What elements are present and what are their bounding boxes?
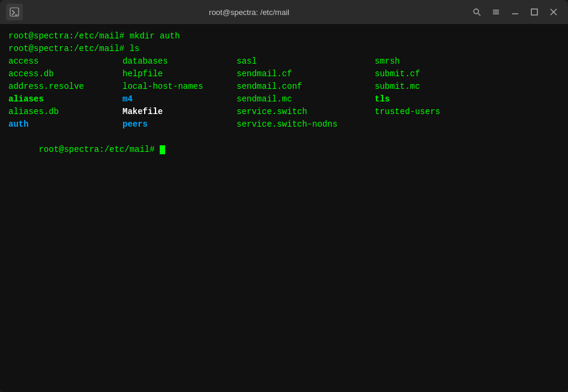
final-prompt: root@spectra:/etc/mail#: [8, 131, 560, 169]
svg-rect-8: [531, 9, 537, 15]
terminal-window: root@spectra: /etc/mail: [0, 0, 568, 392]
ls-output: access databases sasl smrsh access.db he…: [8, 55, 560, 131]
file-empty: [375, 118, 495, 131]
prompt-text: root@spectra:/etc/mail#: [38, 145, 160, 154]
file-smrsh: smrsh: [375, 55, 495, 68]
file-sendmail-mc: sendmail.mc: [237, 93, 375, 106]
svg-point-2: [474, 9, 479, 14]
file-tls: tls: [375, 93, 495, 106]
search-button[interactable]: [468, 4, 485, 20]
maximize-button[interactable]: [526, 4, 543, 20]
file-sendmail-cf: sendmail.cf: [237, 68, 375, 80]
file-service-switch: service.switch: [237, 106, 375, 118]
file-auth: auth: [8, 118, 122, 131]
close-button[interactable]: [545, 4, 562, 20]
cmd-line-2: root@spectra:/etc/mail# ls: [8, 43, 560, 55]
file-peers: peers: [122, 118, 237, 131]
file-submit-mc: submit.mc: [375, 80, 495, 93]
terminal-body[interactable]: root@spectra:/etc/mail# mkdir auth root@…: [0, 24, 568, 392]
window-controls: [468, 4, 562, 20]
file-aliases-db: aliases.db: [8, 106, 122, 118]
file-access: access: [8, 55, 122, 68]
file-m4: m4: [122, 93, 237, 106]
cmd-line-1: root@spectra:/etc/mail# mkdir auth: [8, 30, 560, 43]
minimize-button[interactable]: [507, 4, 524, 20]
file-aliases: aliases: [8, 93, 122, 106]
file-helpfile: helpfile: [122, 68, 237, 80]
cursor: [160, 145, 165, 154]
titlebar: root@spectra: /etc/mail: [0, 0, 568, 24]
file-sasl: sasl: [237, 55, 375, 68]
file-address-resolve: address.resolve: [8, 80, 122, 93]
file-makefile: Makefile: [122, 106, 237, 118]
file-trusted-users: trusted-users: [375, 106, 495, 118]
file-access-db: access.db: [8, 68, 122, 80]
titlebar-left: [6, 4, 30, 20]
window-title: root@spectra: /etc/mail: [30, 8, 468, 17]
terminal-icon: [6, 4, 23, 20]
file-service-switch-nodns: service.switch-nodns: [237, 118, 375, 131]
file-submit-cf: submit.cf: [375, 68, 495, 80]
file-databases: databases: [122, 55, 237, 68]
menu-button[interactable]: [488, 4, 504, 20]
file-local-host-names: local-host-names: [122, 80, 237, 93]
file-sendmail-conf: sendmail.conf: [237, 80, 375, 93]
svg-line-3: [479, 14, 481, 16]
